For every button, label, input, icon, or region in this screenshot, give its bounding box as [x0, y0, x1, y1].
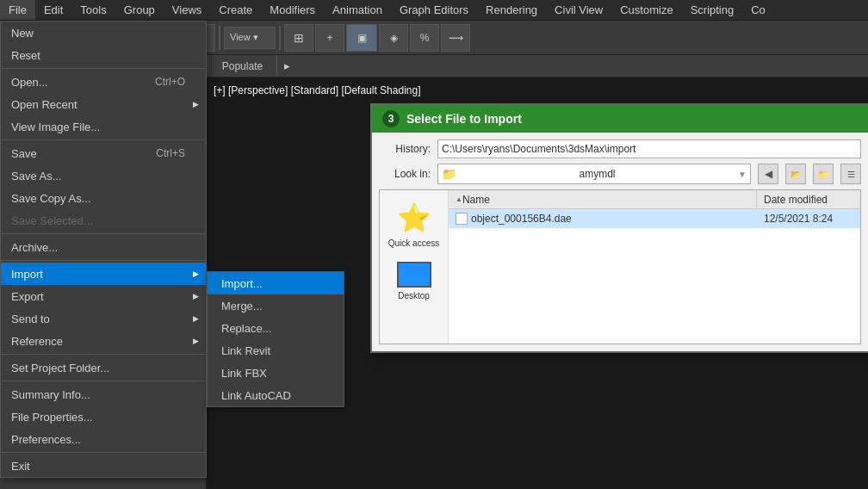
more-tools[interactable]: ⟿: [441, 24, 470, 52]
desktop-label: Desktop: [398, 291, 430, 300]
menu-set-project[interactable]: Set Project Folder...: [1, 356, 206, 379]
menu-new[interactable]: New: [1, 22, 206, 44]
history-label: History:: [379, 143, 431, 155]
sep7: [1, 452, 206, 453]
chevron-down-icon: ▼: [738, 170, 747, 179]
nav-folder-up-btn[interactable]: 📂: [785, 164, 806, 184]
menu-open[interactable]: Open... Ctrl+O: [1, 71, 206, 93]
file-content-area: ⭐ Quick access Desktop ▲ Name Date modif…: [379, 189, 861, 344]
menu-view-image[interactable]: View Image File...: [1, 115, 206, 138]
menubar-edit[interactable]: Edit: [35, 0, 71, 20]
menubar-scripting[interactable]: Scripting: [682, 0, 743, 20]
lookin-select[interactable]: 📁 amymdl ▼: [437, 164, 751, 184]
menubar-animation[interactable]: Animation: [324, 0, 391, 20]
lookin-label: Look in:: [379, 168, 431, 180]
submenu-link-revit[interactable]: Link Revit: [208, 339, 344, 362]
menubar-civil-view[interactable]: Civil View: [546, 0, 611, 20]
menu-export[interactable]: Export: [1, 285, 206, 307]
submenu-merge[interactable]: Merge...: [208, 294, 344, 317]
menu-exit[interactable]: Exit: [1, 455, 206, 477]
menu-summary-info[interactable]: Summary Info...: [1, 383, 206, 405]
history-path[interactable]: C:\Users\ryans\Documents\3dsMax\import: [437, 139, 861, 158]
sep5: [1, 354, 206, 355]
file-cell-name: object_000156B4.dae: [449, 213, 757, 225]
menubar-group[interactable]: Group: [115, 0, 164, 20]
quick-access-label: Quick access: [388, 238, 439, 248]
menu-reference[interactable]: Reference: [1, 330, 206, 352]
viewport-label: [+] [Perspective] [Standard] [Default Sh…: [214, 84, 420, 96]
import-submenu: Import... Merge... Replace... Link Revit…: [207, 271, 344, 407]
file-icon: [456, 213, 468, 225]
sep4: [279, 26, 281, 50]
sep1: [1, 68, 206, 69]
submenu-import[interactable]: Import...: [208, 272, 344, 294]
menubar-tools[interactable]: Tools: [71, 0, 115, 20]
menu-save-as[interactable]: Save As...: [1, 164, 206, 187]
lookin-row: Look in: 📁 amymdl ▼ ◀ 📂 📁 ☰: [379, 164, 861, 184]
menu-save-copy-as[interactable]: Save Copy As...: [1, 187, 206, 209]
menu-reset[interactable]: Reset: [1, 44, 206, 66]
menubar-customize[interactable]: Customize: [611, 0, 681, 20]
menubar-rendering[interactable]: Rendering: [477, 0, 546, 20]
snap-toggle[interactable]: ⊞: [284, 24, 313, 52]
view-dropdown[interactable]: View ▾: [224, 27, 276, 49]
dialog-titlebar: 3 Select File to Import: [372, 105, 868, 133]
sep4: [1, 260, 206, 261]
col-date: Date modified: [757, 190, 860, 208]
material-editor[interactable]: ◈: [379, 24, 408, 52]
dialog-title: Select File to Import: [406, 112, 522, 126]
menubar-views[interactable]: Views: [164, 0, 210, 20]
subtoolbar-more[interactable]: ▸: [277, 55, 297, 77]
col-name: ▲ Name: [449, 190, 757, 208]
sep6: [1, 381, 206, 381]
desktop-icon: [397, 262, 431, 288]
nav-new-folder-btn[interactable]: 📁: [813, 164, 834, 184]
menubar-modifiers[interactable]: Modifiers: [261, 0, 324, 20]
subtab-populate[interactable]: Populate: [208, 55, 277, 77]
menu-archive[interactable]: Archive...: [1, 236, 206, 258]
menu-import[interactable]: Import: [1, 263, 206, 285]
submenu-link-fbx[interactable]: Link FBX: [208, 362, 344, 384]
submenu-link-autocad[interactable]: Link AutoCAD: [208, 384, 344, 406]
menu-file-properties[interactable]: File Properties...: [1, 405, 206, 428]
dialog-number: 3: [382, 110, 400, 127]
open-shortcut: Ctrl+O: [155, 76, 185, 88]
menubar: File Edit Tools Group Views Create Modif…: [0, 0, 868, 21]
render-frame[interactable]: %: [410, 24, 439, 52]
quick-access-icon: ⭐: [397, 201, 431, 235]
sep2: [1, 139, 206, 140]
menu-save-selected[interactable]: Save Selected...: [1, 209, 206, 232]
dialog-sidebar: ⭐ Quick access Desktop: [380, 190, 449, 344]
nav-back-btn[interactable]: ◀: [758, 164, 778, 184]
lookin-value: amymdl: [580, 168, 616, 180]
sep3: [1, 233, 206, 234]
save-shortcut: Ctrl+S: [156, 147, 185, 159]
submenu-replace[interactable]: Replace...: [208, 317, 344, 339]
sidebar-desktop[interactable]: Desktop: [384, 258, 444, 304]
file-menu: New Reset Open... Ctrl+O Open Recent Vie…: [0, 21, 207, 478]
file-dialog: 3 Select File to Import History: C:\User…: [370, 103, 868, 353]
file-cell-date: 12/5/2021 8:24: [757, 213, 860, 225]
menubar-create[interactable]: Create: [210, 0, 261, 20]
angle-snap[interactable]: +: [315, 24, 344, 52]
render-btn[interactable]: ▣: [346, 24, 377, 52]
menubar-file[interactable]: File: [0, 0, 35, 20]
nav-view-btn[interactable]: ☰: [840, 164, 861, 184]
sidebar-quick-access[interactable]: ⭐ Quick access: [384, 197, 444, 251]
menu-send-to[interactable]: Send to: [1, 307, 206, 330]
menubar-more[interactable]: Co: [742, 0, 774, 20]
menu-save[interactable]: Save Ctrl+S: [1, 142, 206, 164]
file-row[interactable]: object_000156B4.dae 12/5/2021 8:24: [449, 209, 860, 228]
file-list: ▲ Name Date modified object_000156B4.dae…: [449, 190, 860, 344]
menu-open-recent[interactable]: Open Recent: [1, 93, 206, 115]
folder-icon: 📁: [442, 167, 456, 181]
dialog-body: History: C:\Users\ryans\Documents\3dsMax…: [372, 133, 868, 351]
menubar-graph-editors[interactable]: Graph Editors: [391, 0, 477, 20]
menu-preferences[interactable]: Preferences...: [1, 428, 206, 450]
sep3: [219, 26, 220, 50]
history-row: History: C:\Users\ryans\Documents\3dsMax…: [379, 139, 861, 158]
file-list-header: ▲ Name Date modified: [449, 190, 860, 209]
